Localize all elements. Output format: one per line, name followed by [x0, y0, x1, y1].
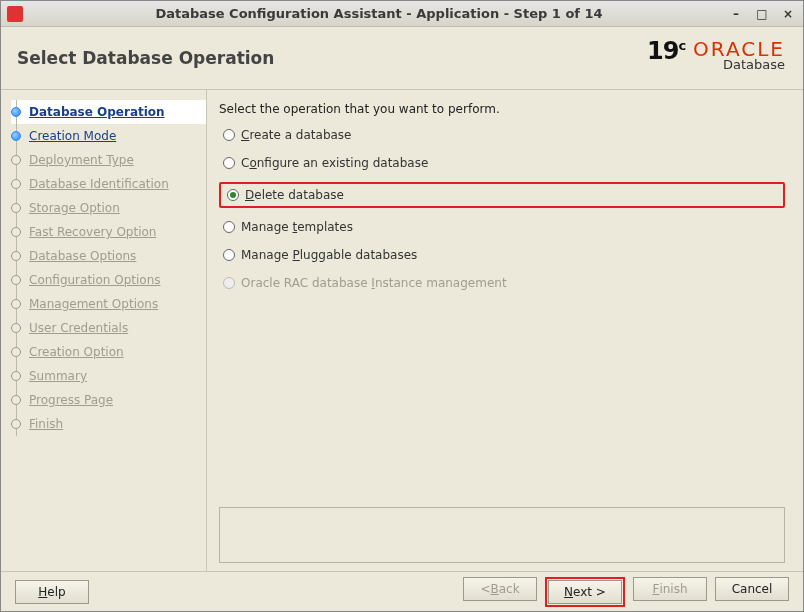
step-dot-icon — [11, 203, 21, 213]
content-pane: Select the operation that you want to pe… — [206, 90, 803, 571]
step-label: Database Operation — [29, 105, 165, 119]
step-label: Database Identification — [29, 177, 169, 191]
sidebar-step-11: Summary — [11, 364, 206, 388]
option-label: Delete database — [245, 188, 344, 202]
titlebar: Database Configuration Assistant - Appli… — [1, 1, 803, 27]
finish-button: Finish — [633, 577, 707, 601]
description-box — [219, 507, 785, 563]
option-label: Configure an existing database — [241, 156, 428, 170]
step-label: Creation Option — [29, 345, 124, 359]
step-dot-icon — [11, 227, 21, 237]
wizard-footer: Help < Back Next > Finish Cancel — [1, 571, 803, 611]
operation-option-2[interactable]: Delete database — [223, 186, 348, 204]
sidebar-step-7: Configuration Options — [11, 268, 206, 292]
page-header: Select Database Operation 19c ORACLE Dat… — [1, 27, 803, 89]
radio-icon — [223, 129, 235, 141]
sidebar-step-8: Management Options — [11, 292, 206, 316]
maximize-button[interactable]: □ — [753, 7, 771, 21]
help-mnemonic: H — [38, 585, 47, 599]
sidebar-step-4: Storage Option — [11, 196, 206, 220]
step-label: Summary — [29, 369, 87, 383]
sidebar-step-9: User Credentials — [11, 316, 206, 340]
step-label: Progress Page — [29, 393, 113, 407]
step-dot-icon — [11, 395, 21, 405]
radio-icon — [223, 157, 235, 169]
operation-option-5: Oracle RAC database Instance management — [219, 274, 511, 292]
step-label: Finish — [29, 417, 63, 431]
option-label: Oracle RAC database Instance management — [241, 276, 507, 290]
operation-option-4[interactable]: Manage Pluggable databases — [219, 246, 421, 264]
step-label: Database Options — [29, 249, 136, 263]
sidebar-step-1[interactable]: Creation Mode — [11, 124, 206, 148]
option-label: Manage templates — [241, 220, 353, 234]
next-button-highlight: Next > — [545, 577, 625, 607]
sidebar-step-3: Database Identification — [11, 172, 206, 196]
operation-option-0[interactable]: Create a database — [219, 126, 356, 144]
sidebar-step-10: Creation Option — [11, 340, 206, 364]
step-dot-icon — [11, 251, 21, 261]
step-dot-icon — [11, 155, 21, 165]
app-icon — [7, 6, 23, 22]
help-rest: elp — [47, 585, 65, 599]
option-label: Manage Pluggable databases — [241, 248, 417, 262]
radio-icon — [223, 221, 235, 233]
back-button: < Back — [463, 577, 537, 601]
help-button[interactable]: Help — [15, 580, 89, 604]
prompt-text: Select the operation that you want to pe… — [219, 102, 785, 116]
sidebar-step-12: Progress Page — [11, 388, 206, 412]
radio-icon — [227, 189, 239, 201]
close-button[interactable]: × — [779, 7, 797, 21]
wizard-body: Database OperationCreation ModeDeploymen… — [1, 89, 803, 571]
option-label: Create a database — [241, 128, 352, 142]
cancel-button[interactable]: Cancel — [715, 577, 789, 601]
step-label: Storage Option — [29, 201, 120, 215]
step-label: Management Options — [29, 297, 158, 311]
radio-icon — [223, 249, 235, 261]
step-sidebar: Database OperationCreation ModeDeploymen… — [1, 90, 206, 571]
step-dot-icon — [11, 347, 21, 357]
version-text: 19c — [647, 37, 685, 65]
next-button[interactable]: Next > — [548, 580, 622, 604]
window-buttons: – □ × — [727, 7, 797, 21]
step-label: Configuration Options — [29, 273, 161, 287]
window-title: Database Configuration Assistant - Appli… — [31, 6, 727, 21]
sidebar-step-5: Fast Recovery Option — [11, 220, 206, 244]
step-dot-icon — [11, 107, 21, 117]
step-label: User Credentials — [29, 321, 128, 335]
step-label: Creation Mode — [29, 129, 116, 143]
operation-option-3[interactable]: Manage templates — [219, 218, 357, 236]
operation-option-1[interactable]: Configure an existing database — [219, 154, 432, 172]
step-dot-icon — [11, 179, 21, 189]
radio-icon — [223, 277, 235, 289]
page-title: Select Database Operation — [17, 48, 274, 68]
step-dot-icon — [11, 131, 21, 141]
step-dot-icon — [11, 419, 21, 429]
brand-logo: 19c ORACLE Database — [647, 37, 785, 72]
operation-options: Create a databaseConfigure an existing d… — [219, 126, 785, 292]
step-label: Deployment Type — [29, 153, 134, 167]
minimize-button[interactable]: – — [727, 7, 745, 21]
sidebar-step-2: Deployment Type — [11, 148, 206, 172]
step-dot-icon — [11, 299, 21, 309]
step-label: Fast Recovery Option — [29, 225, 156, 239]
sidebar-step-0[interactable]: Database Operation — [11, 100, 206, 124]
sidebar-step-13: Finish — [11, 412, 206, 436]
step-dot-icon — [11, 275, 21, 285]
step-dot-icon — [11, 371, 21, 381]
sidebar-step-6: Database Options — [11, 244, 206, 268]
step-dot-icon — [11, 323, 21, 333]
